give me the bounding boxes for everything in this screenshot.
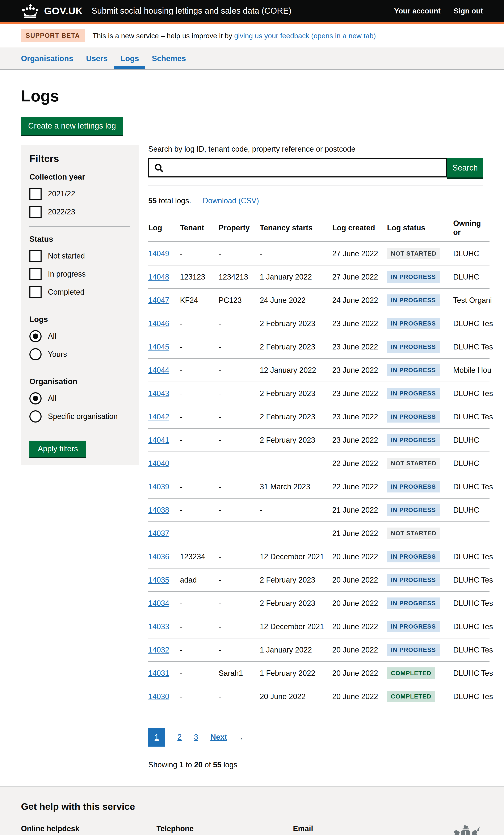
pagination-current-page: 1 <box>148 728 165 747</box>
govuk-logo-link[interactable]: GOV.UK <box>21 3 83 19</box>
owning-organisation-text: DLUHC Tes <box>453 576 491 585</box>
owning-organisation-text: DLUHC <box>453 249 491 258</box>
log-link[interactable]: 14033 <box>148 622 169 631</box>
radio-all[interactable]: All <box>29 330 130 342</box>
showing-mid2: of <box>202 760 213 769</box>
tenant-cell: - <box>180 452 219 475</box>
log-link[interactable]: 14042 <box>148 412 169 421</box>
apply-filters-button[interactable]: Apply filters <box>29 441 86 457</box>
tab-schemes[interactable]: Schemes <box>152 47 186 69</box>
filter-section-logs: LogsAllYours <box>29 315 130 360</box>
column-header-property: Property <box>219 215 260 242</box>
status-badge: IN PROGRESS <box>387 318 440 329</box>
owning-organisation-cell: DLUHC <box>453 452 489 475</box>
log-status-cell: IN PROGRESS <box>387 359 453 382</box>
tab-logs[interactable]: Logs <box>121 47 139 69</box>
log-status-cell: IN PROGRESS <box>387 405 453 428</box>
download-csv-link[interactable]: Download (CSV) <box>203 196 259 205</box>
tenant-cell: - <box>180 405 219 428</box>
results-meta: 55 total logs. Download (CSV) <box>148 196 483 205</box>
owning-organisation-cell: DLUHC Tes <box>453 545 489 568</box>
checkbox-completed[interactable]: Completed <box>29 286 130 298</box>
showing-results-text: Showing 1 to 20 of 55 logs <box>148 760 483 769</box>
property-cell: 1234213 <box>219 265 260 288</box>
tenant-cell: - <box>180 428 219 452</box>
radio-yours[interactable]: Yours <box>29 348 130 360</box>
sign-out-link[interactable]: Sign out <box>453 7 483 15</box>
log-link[interactable]: 14034 <box>148 599 169 608</box>
table-row: 14042--2 February 202323 June 2022IN PRO… <box>148 405 489 428</box>
property-cell: - <box>219 498 260 522</box>
checkbox-box <box>29 250 42 262</box>
create-lettings-log-button[interactable]: Create a new lettings log <box>21 117 123 135</box>
log-id-cell: 14030 <box>148 685 180 708</box>
owning-organisation-cell: DLUHC Tes <box>453 475 489 498</box>
log-link[interactable]: 14036 <box>148 552 169 561</box>
column-header-tenancy-starts: Tenancy starts <box>260 215 332 242</box>
checkbox-in-progress[interactable]: In progress <box>29 268 130 280</box>
tab-users[interactable]: Users <box>86 47 108 69</box>
feedback-link[interactable]: giving us your feedback (opens in a new … <box>234 32 376 40</box>
tenancy-starts-cell: 1 January 2022 <box>260 638 332 661</box>
tenancy-starts-cell: - <box>260 498 332 522</box>
search-button[interactable]: Search <box>447 158 483 178</box>
pagination-page-3[interactable]: 3 <box>194 733 198 741</box>
log-id-cell: 14040 <box>148 452 180 475</box>
log-created-cell: 20 June 2022 <box>332 592 387 615</box>
tenancy-starts-cell: 2 February 2023 <box>260 568 332 592</box>
option-label: All <box>48 332 56 341</box>
log-status-cell: IN PROGRESS <box>387 288 453 312</box>
log-link[interactable]: 14038 <box>148 506 169 514</box>
log-link[interactable]: 14037 <box>148 529 169 537</box>
log-link[interactable]: 14039 <box>148 482 169 491</box>
log-link[interactable]: 14045 <box>148 343 169 351</box>
property-cell: - <box>219 405 260 428</box>
property-cell: - <box>219 522 260 545</box>
log-link[interactable]: 14044 <box>148 366 169 374</box>
pagination-page-2[interactable]: 2 <box>178 733 182 741</box>
property-cell: Sarah1 <box>219 661 260 685</box>
table-row: 14047KF24PC12324 June 202224 June 2022IN… <box>148 288 489 312</box>
owning-organisation-text: DLUHC Tes <box>453 622 491 631</box>
checkbox-2022-23[interactable]: 2022/23 <box>29 206 130 218</box>
log-link[interactable]: 14043 <box>148 389 169 398</box>
option-label: 2021/22 <box>48 189 75 198</box>
property-cell: - <box>219 568 260 592</box>
column-header-tenant: Tenant <box>180 215 219 242</box>
status-badge: IN PROGRESS <box>387 504 440 516</box>
owning-organisation-text: DLUHC Tes <box>453 412 491 421</box>
log-link[interactable]: 14046 <box>148 319 169 328</box>
tenant-cell: adad <box>180 568 219 592</box>
radio-specific-organisation[interactable]: Specific organisation <box>29 410 130 423</box>
log-link[interactable]: 14048 <box>148 272 169 281</box>
search-input[interactable] <box>148 158 447 178</box>
pagination-next-link[interactable]: Next <box>210 733 227 741</box>
log-link[interactable]: 14032 <box>148 646 169 654</box>
log-link[interactable]: 14049 <box>148 249 169 258</box>
service-name-link[interactable]: Submit social housing lettings and sales… <box>92 6 291 16</box>
tenant-cell: - <box>180 685 219 708</box>
tenancy-starts-cell: 12 December 2021 <box>260 545 332 568</box>
log-link[interactable]: 14041 <box>148 436 169 444</box>
primary-nav: OrganisationsUsersLogsSchemes <box>0 47 504 70</box>
email-heading: Email <box>293 824 444 833</box>
your-account-link[interactable]: Your account <box>394 7 441 15</box>
log-link[interactable]: 14040 <box>148 459 169 468</box>
radio-selected-dot <box>33 333 38 339</box>
log-created-cell: 20 June 2022 <box>332 568 387 592</box>
tenancy-starts-cell: 12 January 2022 <box>260 359 332 382</box>
checkbox-2021-22[interactable]: 2021/22 <box>29 188 130 200</box>
log-link[interactable]: 14030 <box>148 692 169 701</box>
radio-all[interactable]: All <box>29 392 130 405</box>
showing-to: 20 <box>194 760 202 769</box>
log-link[interactable]: 14047 <box>148 296 169 305</box>
tab-organisations[interactable]: Organisations <box>21 47 73 69</box>
owning-organisation-cell: DLUHC <box>453 498 489 522</box>
tenancy-starts-cell: - <box>260 242 332 265</box>
column-header-log: Log <box>148 215 180 242</box>
log-link[interactable]: 14031 <box>148 669 169 677</box>
log-link[interactable]: 14035 <box>148 576 169 584</box>
table-row: 14039--31 March 202322 June 2022IN PROGR… <box>148 475 489 498</box>
owning-organisation-text: DLUHC Tes <box>453 552 491 561</box>
checkbox-not-started[interactable]: Not started <box>29 250 130 262</box>
